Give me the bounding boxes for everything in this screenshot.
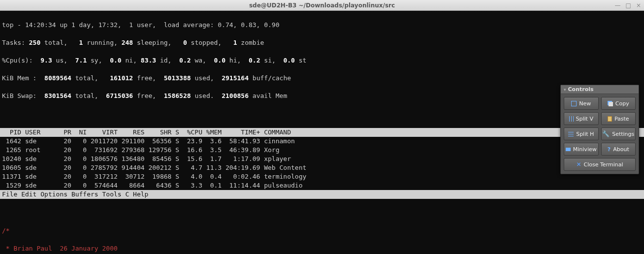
top-cpu-line: %Cpu(s): 9.3 us, 7.1 sy, 0.0 ni, 83.3 id… [2, 56, 642, 65]
paste-icon [608, 116, 612, 122]
process-list: 1642 sde 20 0 2011720 291100 56356 S 23.… [0, 137, 644, 190]
window-titlebar: sde@UD2H-B3 ~/Downloads/playonlinux/src … [0, 0, 644, 11]
close-terminal-button[interactable]: ✕Close Terminal [564, 158, 636, 171]
miniview-button[interactable]: Miniview [564, 143, 599, 156]
process-row: 1642 sde 20 0 2011720 291100 56356 S 23.… [0, 137, 644, 146]
top-swap-line: KiB Swap: 8301564 total, 6715036 free, 1… [2, 92, 642, 100]
maximize-button[interactable]: □ [626, 2, 631, 9]
new-button[interactable]: New [564, 97, 599, 110]
copy-button[interactable]: Copy [601, 97, 636, 110]
close-icon: ✕ [576, 161, 581, 168]
new-icon [571, 101, 577, 106]
top-mem-line: KiB Mem : 8089564 total, 161012 free, 50… [2, 74, 642, 83]
gear-icon: 🔧 [602, 130, 610, 137]
chevron-down-icon[interactable]: ▾ [564, 87, 566, 92]
about-button[interactable]: ?About [601, 143, 636, 156]
controls-panel: ▾ Controls New Copy Split V Paste Split … [560, 85, 639, 174]
split-v-button[interactable]: Split V [564, 112, 599, 125]
controls-panel-title: ▾ Controls [561, 85, 639, 94]
process-row: 10605 sde 20 0 2785792 914404 200212 S 4… [0, 163, 644, 172]
emacs-menubar[interactable]: File Edit Options Buffers Tools C Help [0, 190, 644, 199]
process-row: 1529 sde 20 0 574644 8664 6436 S 3.3 0.1… [0, 181, 644, 190]
split-h-button[interactable]: Split H [564, 127, 599, 140]
code-line: * Brian Paul 26 January 2000 [2, 244, 642, 253]
miniview-icon [566, 148, 571, 151]
editor-area[interactable]: /* * Brian Paul 26 January 2000 * Adapte… [0, 199, 644, 254]
process-row: 10240 sde 20 0 1806576 136480 85456 S 15… [0, 155, 644, 163]
top-tasks-line: Tasks: 250 total, 1 running, 248 sleepin… [2, 38, 642, 47]
top-output: top - 14:20:34 up 1 day, 17:32, 1 user, … [0, 11, 644, 128]
process-row: 1265 root 20 0 731692 279368 129756 S 16… [0, 146, 644, 155]
window-controls: — □ × [615, 2, 641, 9]
window-title: sde@UD2H-B3 ~/Downloads/playonlinux/src [249, 2, 395, 9]
split-v-icon [569, 116, 574, 122]
process-row: 11371 sde 20 0 317212 30712 19868 S 4.0 … [0, 172, 644, 181]
split-h-icon [568, 132, 574, 136]
minimize-button[interactable]: — [615, 2, 621, 9]
question-icon: ? [608, 146, 611, 153]
code-line: /* [2, 226, 642, 235]
close-button[interactable]: × [636, 2, 641, 9]
process-columns-header: PID USER PR NI VIRT RES SHR S %CPU %MEM … [0, 128, 644, 137]
copy-icon [609, 102, 613, 106]
paste-button[interactable]: Paste [601, 112, 636, 125]
settings-button[interactable]: 🔧Settings [601, 127, 636, 140]
top-summary-line: top - 14:20:34 up 1 day, 17:32, 1 user, … [2, 21, 642, 30]
